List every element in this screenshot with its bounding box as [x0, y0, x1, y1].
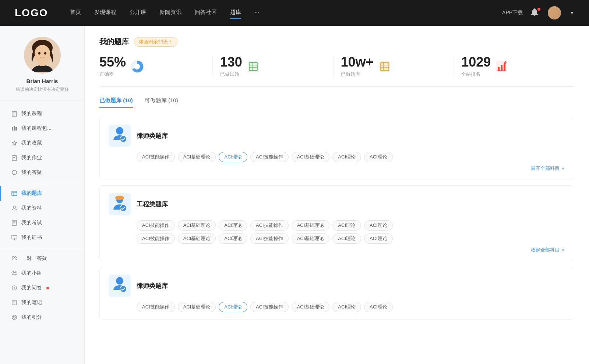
- svg-rect-17: [12, 191, 17, 196]
- sidebar-item-myqa[interactable]: ? 我的问答: [0, 281, 84, 295]
- qbank-header-lawyer1: 律师类题库: [109, 125, 565, 147]
- sidebar-item-courses[interactable]: 我的课程: [0, 106, 84, 121]
- sidebar-label-courses: 我的课程: [21, 110, 42, 117]
- sidebar-item-1on1[interactable]: 一对一答疑: [0, 251, 84, 266]
- stat-questions-label: 已做试题: [220, 71, 242, 78]
- nav-home[interactable]: 首页: [70, 9, 81, 17]
- tag-lawyer1-7[interactable]: ACI理论: [364, 152, 393, 162]
- tag-eng2-6[interactable]: ACI理论: [332, 233, 361, 244]
- tag-lawyer2-4[interactable]: ACI技能操作: [250, 302, 289, 312]
- sidebar-item-homework[interactable]: 我的作业: [0, 150, 84, 165]
- tag-eng1-6[interactable]: ACI理论: [332, 220, 361, 231]
- sidebar-item-certificate[interactable]: 我的证书: [0, 230, 84, 245]
- stat-banks: 10w+ 已做题库: [334, 56, 454, 78]
- myqa-icon: ?: [11, 285, 18, 291]
- qbank-card-lawyer1: 律师类题库 ACI技能操作 ACI基础理论 ACI理论 ACI技能操作 ACI基…: [99, 117, 574, 179]
- stat-questions: 130 已做试题: [213, 56, 334, 78]
- tag-eng2-2[interactable]: ACI基础理论: [178, 233, 216, 244]
- stat-banks-label: 已做题库: [341, 71, 374, 78]
- tag-lawyer2-1[interactable]: ACI技能操作: [137, 302, 175, 312]
- notes-icon: [11, 299, 18, 306]
- tag-eng2-3[interactable]: ACI理论: [219, 233, 247, 244]
- profile-motto: 错误的决定比没有决定要好: [8, 86, 76, 93]
- pie-chart-icon: [130, 60, 144, 73]
- qbank-tags-lawyer1: ACI技能操作 ACI基础理论 ACI理论 ACI技能操作 ACI基础理论 AC…: [137, 152, 565, 162]
- sidebar-item-notes[interactable]: 我的笔记: [0, 295, 84, 310]
- tab-todo[interactable]: 可做题库 (10): [145, 97, 178, 108]
- tag-eng1-5[interactable]: ACI基础理论: [292, 220, 330, 231]
- tag-eng2-1[interactable]: ACI技能操作: [137, 233, 175, 244]
- homework-icon: [11, 154, 18, 161]
- qbank-expand-lawyer1[interactable]: 展开全部科目 ∨: [109, 165, 565, 172]
- tag-lawyer2-3[interactable]: ACI理论: [219, 302, 247, 312]
- user-avatar[interactable]: [548, 6, 561, 19]
- tag-eng1-3[interactable]: ACI理论: [219, 220, 247, 231]
- tag-lawyer1-6[interactable]: ACI理论: [332, 152, 361, 162]
- user-menu-chevron[interactable]: ▼: [570, 10, 574, 15]
- svg-point-63: [115, 196, 124, 200]
- nav-qa[interactable]: 问答社区: [195, 9, 217, 17]
- nav-open-course[interactable]: 公开课: [130, 9, 146, 17]
- tag-eng2-4[interactable]: ACI技能操作: [250, 233, 289, 244]
- profile-avatar: [24, 37, 61, 74]
- exam-icon: [11, 220, 18, 226]
- tag-lawyer1-5[interactable]: ACI基础理论: [292, 152, 330, 162]
- page-title: 我的题库: [99, 37, 129, 47]
- lawyer-figure-icon: [110, 126, 129, 146]
- tag-eng1-7[interactable]: ACI理论: [364, 220, 393, 231]
- notification-bell[interactable]: [530, 8, 540, 18]
- app-download-button[interactable]: APP下载: [502, 10, 523, 16]
- nav-discover[interactable]: 发现课程: [94, 9, 116, 17]
- sidebar-label-course-pack: 我的课程包...: [21, 125, 52, 132]
- tag-lawyer1-1[interactable]: ACI技能操作: [137, 152, 175, 162]
- svg-point-30: [14, 271, 15, 273]
- stat-rank-value: 1029: [461, 56, 491, 69]
- svg-point-28: [13, 257, 14, 258]
- qbank-collapse-engineer1[interactable]: 收起全部科目 ∧: [109, 247, 565, 253]
- sidebar-item-course-pack[interactable]: 我的课程包...: [0, 121, 84, 136]
- tag-lawyer1-4[interactable]: ACI技能操作: [250, 152, 289, 162]
- sidebar-item-favorites[interactable]: 我的收藏: [0, 136, 84, 150]
- sidebar-profile: Brian Harris 错误的决定比没有决定要好: [0, 37, 84, 100]
- course-pack-icon: [11, 125, 18, 132]
- tag-eng2-7[interactable]: ACI理论: [364, 233, 393, 244]
- tag-eng2-5[interactable]: ACI基础理论: [292, 233, 330, 244]
- tag-lawyer2-6[interactable]: ACI理论: [332, 302, 361, 312]
- svg-point-29: [15, 257, 17, 258]
- nav-links: 首页 发现课程 公开课 新闻资讯 问答社区 题库 ···: [70, 9, 502, 17]
- nav-more[interactable]: ···: [254, 9, 259, 17]
- svg-text:?: ?: [13, 171, 15, 175]
- tag-lawyer2-2[interactable]: ACI基础理论: [178, 302, 216, 312]
- tabs: 已做题库 (10) 可做题库 (10): [99, 97, 574, 108]
- sidebar-item-group[interactable]: 我的小组: [0, 266, 84, 281]
- nav-questionbank[interactable]: 题库: [230, 9, 241, 17]
- sidebar-item-qa[interactable]: ? 我的答疑: [0, 165, 84, 180]
- sidebar-item-exam[interactable]: 我的考试: [0, 215, 84, 230]
- nav-right: APP下载 ▼: [502, 6, 574, 19]
- svg-point-31: [12, 272, 13, 273]
- tag-lawyer1-2[interactable]: ACI基础理论: [178, 152, 216, 162]
- profile-name: Brian Harris: [27, 78, 58, 84]
- sidebar-item-points[interactable]: 我的积分: [0, 310, 84, 325]
- sidebar-label-profile: 我的资料: [21, 205, 42, 211]
- tag-eng1-4[interactable]: ACI技能操作: [250, 220, 289, 231]
- stat-questions-value: 130: [220, 56, 242, 69]
- tag-lawyer1-3[interactable]: ACI理论: [219, 152, 247, 162]
- stat-accuracy-label: 正确率: [99, 71, 126, 78]
- tag-lawyer2-5[interactable]: ACI基础理论: [292, 302, 330, 312]
- questionbank-icon: [11, 190, 18, 197]
- tag-eng1-2[interactable]: ACI基础理论: [178, 220, 216, 231]
- sidebar-menu: 我的课程 我的课程包... 我的收藏 我的作业: [0, 106, 84, 325]
- qbank-icon-lawyer1: [109, 125, 131, 147]
- tag-eng1-1[interactable]: ACI技能操作: [137, 220, 175, 231]
- nav-news[interactable]: 新闻资讯: [159, 9, 181, 17]
- tag-lawyer2-7[interactable]: ACI理论: [364, 302, 393, 312]
- sidebar-item-profile[interactable]: 我的资料: [0, 201, 84, 215]
- sidebar: Brian Harris 错误的决定比没有决定要好 我的课程 我的课程包...: [0, 26, 85, 364]
- table-orange-icon: [378, 60, 391, 73]
- avatar-image: [24, 37, 61, 74]
- tab-done[interactable]: 已做题库 (10): [99, 97, 133, 108]
- sidebar-item-questionbank[interactable]: 我的题库: [0, 186, 84, 201]
- engineer-figure-icon: [110, 194, 129, 214]
- svg-point-32: [15, 272, 17, 273]
